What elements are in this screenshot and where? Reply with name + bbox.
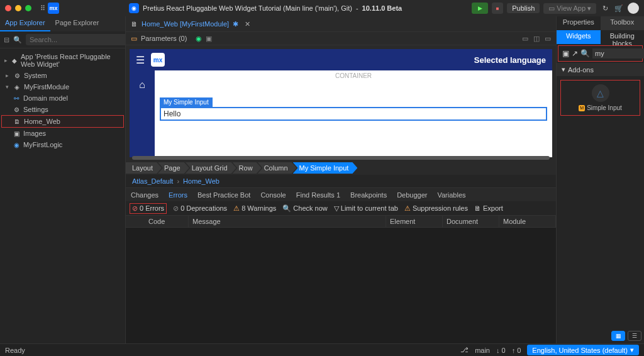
tab-page-explorer[interactable]: Page Explorer bbox=[50, 16, 104, 31]
tab-debugger[interactable]: Debugger bbox=[392, 189, 432, 201]
page-icon: 🗎 bbox=[131, 20, 138, 28]
split-icon[interactable]: ◫ bbox=[533, 35, 540, 43]
tab-variables[interactable]: Variables bbox=[432, 189, 470, 201]
breadcrumb: Layout Page Layout Grid Row Column My Si… bbox=[126, 161, 556, 175]
errors-table-body bbox=[126, 228, 556, 343]
bc-row[interactable]: Row bbox=[233, 162, 262, 174]
subtab-widgets[interactable]: Widgets bbox=[557, 30, 601, 44]
selected-language-label: Selected language bbox=[474, 55, 546, 65]
tab-breakpoints[interactable]: Breakpoints bbox=[345, 189, 392, 201]
sync-icon[interactable]: ↻ bbox=[600, 3, 610, 13]
toolbox-widget-simple-input[interactable]: △ MSimple Input bbox=[560, 80, 640, 116]
tab-app-explorer[interactable]: App Explorer bbox=[0, 16, 50, 31]
view-icon[interactable]: ▭ bbox=[545, 35, 551, 43]
errors-count[interactable]: ⊘0 Errors bbox=[130, 203, 167, 214]
widget-my-simple-input[interactable]: My Simple Input bbox=[160, 97, 547, 121]
toolbox-search-input[interactable] bbox=[592, 48, 644, 58]
branch-name[interactable]: main bbox=[475, 347, 490, 354]
close-tab-icon[interactable]: ✕ bbox=[245, 20, 250, 28]
editor-area: 🗎 Home_Web [MyFirstModule] ✱ ✕ ▭ Paramet… bbox=[126, 16, 556, 343]
tab-errors[interactable]: Errors bbox=[164, 189, 192, 201]
layout-link[interactable]: Atlas_Default bbox=[132, 177, 173, 185]
toolbox-panel: Properties Toolbox Widgets Building bloc… bbox=[556, 16, 644, 343]
params-icon: ▭ bbox=[131, 35, 137, 43]
publish-button[interactable]: Publish bbox=[507, 3, 540, 13]
bc-layout[interactable]: Layout bbox=[126, 162, 162, 174]
doc-name: Home_Web [MyFirstModule] bbox=[142, 20, 229, 28]
section-addons[interactable]: ▾Add-ons bbox=[557, 63, 644, 76]
chevron-right-icon: › bbox=[177, 177, 179, 185]
view-app-button[interactable]: ▭ View App ▾ bbox=[543, 3, 596, 14]
tab-console[interactable]: Console bbox=[255, 189, 291, 201]
tab-bpb[interactable]: Best Practice Bot bbox=[192, 189, 255, 201]
user-avatar[interactable] bbox=[628, 3, 639, 14]
parameters-label[interactable]: Parameters (0) bbox=[141, 35, 187, 42]
tree-system[interactable]: ▸⚙System bbox=[1, 70, 124, 81]
page-canvas[interactable]: ☰ mx Selected language ⌂ CONTAINER My Si… bbox=[126, 45, 556, 161]
tree-images[interactable]: ▣Images bbox=[1, 128, 124, 139]
titlebar: ⠿ mx ◉ Pretius React Pluggable Web Widge… bbox=[0, 0, 644, 16]
widget-label: My Simple Input bbox=[160, 97, 213, 107]
container-label: CONTAINER bbox=[155, 70, 552, 81]
tree-app[interactable]: ▸◆App 'Pretius React Pluggable Web Widge… bbox=[1, 51, 124, 70]
bc-grid[interactable]: Layout Grid bbox=[186, 162, 236, 174]
tree-domain-model[interactable]: ⚯Domain model bbox=[1, 92, 124, 104]
warnings-count[interactable]: ⚠8 Warnings bbox=[233, 204, 276, 213]
page-link[interactable]: Home_Web bbox=[183, 177, 219, 185]
widget-value-input[interactable] bbox=[160, 107, 547, 121]
app-icon: ◉ bbox=[129, 3, 139, 13]
tree-logic[interactable]: ◉MyFirstLogic bbox=[1, 139, 124, 150]
view-grid-icon[interactable]: ▦ bbox=[611, 331, 625, 341]
collapse-icon[interactable]: ⊟ bbox=[4, 36, 9, 44]
errors-table-header: Code Message Element Document Module bbox=[126, 215, 556, 228]
tab-find[interactable]: Find Results 1 bbox=[291, 189, 345, 201]
close-icon[interactable] bbox=[5, 5, 11, 11]
run-button[interactable]: ▶ bbox=[472, 3, 488, 14]
widget-icon: △ bbox=[592, 84, 609, 102]
view-list-icon[interactable]: ☰ bbox=[628, 331, 641, 341]
cart-icon[interactable]: 🛒 bbox=[614, 3, 624, 13]
tab-properties[interactable]: Properties bbox=[557, 16, 601, 30]
layout-icon[interactable]: ▭ bbox=[522, 35, 528, 43]
panel-icon[interactable]: ▣ bbox=[206, 35, 212, 43]
language-selector[interactable]: English, United States (default) ▾ bbox=[527, 345, 639, 355]
bc-widget[interactable]: My Simple Input bbox=[293, 162, 358, 174]
push-icon[interactable]: ↑ 0 bbox=[512, 347, 521, 354]
sidebar-search-input[interactable] bbox=[26, 34, 128, 45]
home-icon[interactable]: ⌂ bbox=[139, 75, 145, 94]
search-icon: 🔍 bbox=[13, 36, 22, 44]
tree-home-web[interactable]: 🗎Home_Web bbox=[1, 115, 124, 128]
bc-page[interactable]: Page bbox=[158, 162, 189, 174]
suppression-button[interactable]: ⚠Suppression rules bbox=[404, 204, 468, 213]
toolbox-icon-b[interactable]: ↗ bbox=[572, 49, 578, 58]
export-button[interactable]: 🗎Export bbox=[474, 204, 503, 212]
deprecations-count[interactable]: ⊘0 Deprecations bbox=[173, 204, 227, 213]
dirty-indicator-icon: ✱ bbox=[233, 20, 238, 28]
limit-tab-button[interactable]: ▽Limit to current tab bbox=[334, 204, 398, 213]
tree-settings[interactable]: ⚙Settings bbox=[1, 104, 124, 115]
status-ready: Ready bbox=[5, 347, 25, 354]
horizontal-scrollbar[interactable] bbox=[132, 156, 550, 160]
toolbox-widget-name: Simple Input bbox=[587, 104, 622, 111]
preview-icon[interactable]: ◉ bbox=[196, 35, 202, 43]
hamburger-icon[interactable]: ☰ bbox=[136, 54, 145, 66]
search-icon: 🔍 bbox=[580, 49, 590, 58]
check-now-button[interactable]: 🔍Check now bbox=[282, 204, 327, 213]
stop-button[interactable]: ■ bbox=[492, 3, 503, 14]
sidebar: App Explorer Page Explorer ⊟ 🔍 ▸◆App 'Pr… bbox=[0, 16, 126, 343]
document-tab[interactable]: 🗎 Home_Web [MyFirstModule] ✱ ✕ bbox=[126, 16, 556, 31]
tab-changes[interactable]: Changes bbox=[126, 189, 164, 201]
custom-badge-icon: M bbox=[579, 105, 585, 111]
minimize-icon[interactable] bbox=[15, 5, 21, 11]
toolbox-icon-a[interactable]: ▣ bbox=[562, 49, 569, 58]
pull-icon[interactable]: ↓ 0 bbox=[496, 347, 506, 354]
apps-grid-icon[interactable]: ⠿ bbox=[38, 3, 48, 13]
chevron-down-icon: ▾ bbox=[562, 65, 565, 74]
tree-module[interactable]: ▾◈MyFirstModule bbox=[1, 81, 124, 92]
chevron-down-icon: ▾ bbox=[630, 346, 634, 354]
app-title: Pretius React Pluggable Web Widget Tutor… bbox=[143, 4, 352, 12]
tab-toolbox[interactable]: Toolbox bbox=[601, 16, 645, 30]
bc-column[interactable]: Column bbox=[258, 162, 297, 174]
maximize-icon[interactable] bbox=[25, 5, 31, 11]
subtab-building-blocks[interactable]: Building blocks bbox=[601, 30, 645, 44]
